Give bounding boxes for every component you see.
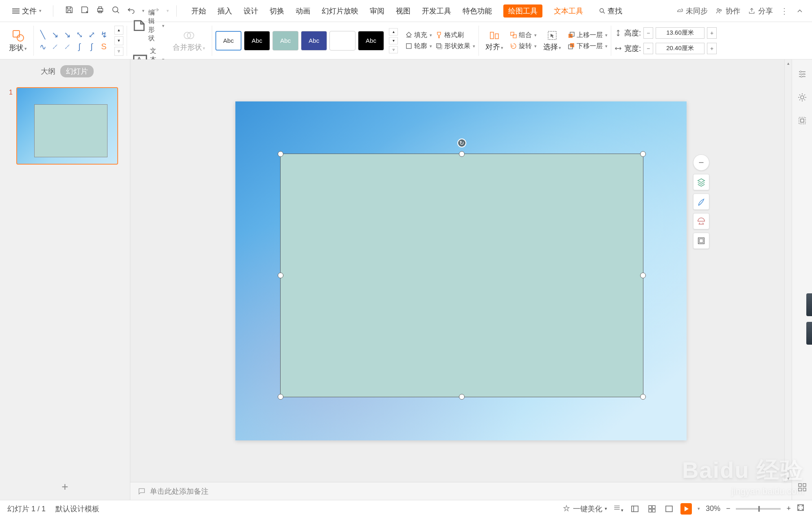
- height-minus[interactable]: −: [643, 27, 653, 39]
- view-reading-icon[interactable]: [663, 503, 675, 515]
- rotate-handle[interactable]: ↻: [457, 139, 466, 147]
- print-icon[interactable]: [96, 5, 105, 16]
- resize-handle-t[interactable]: [459, 151, 465, 157]
- share-button[interactable]: 分享: [748, 6, 773, 16]
- bring-forward-button[interactable]: 上移一层: [568, 31, 608, 40]
- group-button[interactable]: 组合: [510, 31, 537, 40]
- edge-tab-1[interactable]: [806, 293, 812, 316]
- scroll-up-icon[interactable]: ▴: [785, 59, 792, 67]
- tab-slideshow[interactable]: 幻灯片放映: [322, 6, 358, 16]
- float-image-icon[interactable]: [693, 233, 709, 249]
- view-play-icon[interactable]: [680, 503, 692, 515]
- tab-review[interactable]: 审阅: [370, 6, 384, 16]
- style-more-icon[interactable]: ▿: [389, 46, 398, 53]
- shape-effects-button[interactable]: 形状效果: [435, 42, 475, 51]
- edge-tab-2[interactable]: [806, 322, 812, 345]
- style-4[interactable]: Abc: [301, 31, 327, 51]
- outline-tab[interactable]: 大纲: [41, 66, 55, 76]
- resize-handle-tr[interactable]: [640, 151, 646, 157]
- tab-animation[interactable]: 动画: [296, 6, 310, 16]
- gallery-down-icon[interactable]: ▾: [114, 36, 123, 45]
- format-painter-button[interactable]: 格式刷: [435, 31, 475, 40]
- float-collapse-icon[interactable]: [693, 154, 709, 171]
- tab-design[interactable]: 设计: [244, 6, 258, 16]
- zoom-in[interactable]: +: [786, 504, 791, 513]
- shapes-group[interactable]: 形状: [6, 24, 30, 57]
- style-6[interactable]: Abc: [358, 31, 384, 51]
- height-input[interactable]: 13.60厘米: [656, 27, 704, 39]
- width-input[interactable]: 20.40厘米: [656, 43, 704, 54]
- style-3[interactable]: Abc: [272, 31, 298, 51]
- select-button[interactable]: 选择: [540, 24, 564, 57]
- rail-settings-icon[interactable]: [797, 69, 807, 81]
- lines-gallery[interactable]: ╲↘↘⤡⤢↯ ∿⟋⟋∫∫S: [37, 29, 110, 53]
- view-normal-icon[interactable]: [629, 503, 641, 515]
- beautify-button[interactable]: 一键美化▾: [562, 504, 607, 514]
- float-brush-icon[interactable]: [693, 194, 709, 210]
- slide-canvas[interactable]: ↻: [235, 101, 687, 440]
- redo-icon[interactable]: [151, 5, 160, 16]
- save-icon[interactable]: [65, 5, 74, 16]
- send-backward-button[interactable]: 下移一层: [568, 42, 608, 51]
- scroll-prev-icon[interactable]: ≡: [785, 467, 792, 475]
- zoom-slider[interactable]: [736, 508, 781, 510]
- slides-tab[interactable]: 幻灯片: [60, 65, 94, 77]
- style-1[interactable]: Abc: [215, 31, 241, 51]
- save-as-icon[interactable]: [80, 5, 89, 16]
- vertical-scrollbar[interactable]: ▴ ≡ ▾: [784, 59, 792, 482]
- float-shape-icon[interactable]: [693, 213, 709, 229]
- svg-rect-19: [513, 35, 516, 38]
- outline-button[interactable]: 轮廓: [405, 42, 432, 51]
- style-up-icon[interactable]: ▴: [389, 28, 398, 35]
- tab-view[interactable]: 视图: [396, 6, 410, 16]
- style-5[interactable]: [329, 31, 356, 51]
- fill-button[interactable]: 填充: [405, 31, 432, 40]
- rail-select-icon[interactable]: [797, 116, 807, 128]
- gallery-up-icon[interactable]: ▴: [114, 26, 123, 35]
- scroll-down-icon[interactable]: ▾: [785, 475, 792, 482]
- tab-home[interactable]: 开始: [191, 6, 206, 16]
- rail-gear-icon[interactable]: [797, 92, 807, 104]
- notes-bar[interactable]: 单击此处添加备注: [130, 482, 792, 500]
- collab-button[interactable]: 协作: [715, 6, 740, 16]
- float-layers-icon[interactable]: [693, 174, 709, 190]
- style-down-icon[interactable]: ▾: [389, 37, 398, 44]
- file-menu[interactable]: 文件 ▾: [8, 4, 46, 18]
- tab-text-tools[interactable]: 文本工具: [554, 6, 583, 16]
- slide-thumbnail-1[interactable]: [16, 87, 118, 165]
- sync-status[interactable]: 未同步: [675, 6, 708, 16]
- zoom-out[interactable]: −: [726, 504, 731, 513]
- rotate-button[interactable]: 旋转: [510, 42, 537, 51]
- tab-transition[interactable]: 切换: [270, 6, 284, 16]
- merge-shapes-button[interactable]: 合并形状: [169, 24, 208, 57]
- view-sorter-icon[interactable]: [646, 503, 658, 515]
- fit-icon[interactable]: [797, 504, 805, 514]
- zoom-value[interactable]: 30%: [706, 504, 720, 513]
- selected-rectangle[interactable]: ↻: [280, 154, 643, 397]
- find-button[interactable]: 查找: [599, 6, 622, 16]
- height-plus[interactable]: +: [707, 27, 717, 39]
- add-slide-button[interactable]: +: [61, 480, 68, 493]
- width-plus[interactable]: +: [707, 43, 717, 54]
- align-button[interactable]: 对齐: [482, 24, 507, 57]
- tab-drawing-tools[interactable]: 绘图工具: [503, 4, 542, 18]
- collapse-ribbon-icon[interactable]: [796, 7, 804, 15]
- width-minus[interactable]: −: [643, 43, 653, 54]
- gallery-more-icon[interactable]: ▿: [114, 47, 123, 56]
- tab-insert[interactable]: 插入: [217, 6, 232, 16]
- tab-devtools[interactable]: 开发工具: [422, 6, 451, 16]
- edit-shape-button[interactable]: 编辑形状: [130, 8, 166, 44]
- rail-grid-icon[interactable]: [797, 482, 807, 494]
- style-2[interactable]: Abc: [244, 31, 270, 51]
- menubar: 文件 ▾ ▾ ▾ 开始 插入 设计 切换 动画 幻灯片放映 审阅 视图 开发工具…: [0, 0, 812, 22]
- resize-handle-tl[interactable]: [278, 151, 283, 157]
- more-icon[interactable]: ⋮: [780, 6, 788, 16]
- print-preview-icon[interactable]: [111, 5, 120, 16]
- resize-handle-br[interactable]: [640, 394, 646, 400]
- tab-features[interactable]: 特色功能: [463, 6, 492, 16]
- resize-handle-bl[interactable]: [278, 394, 283, 400]
- resize-handle-b[interactable]: [459, 394, 465, 400]
- resize-handle-l[interactable]: [278, 273, 283, 278]
- menu-icon[interactable]: ▾: [613, 504, 623, 514]
- resize-handle-r[interactable]: [640, 273, 646, 278]
